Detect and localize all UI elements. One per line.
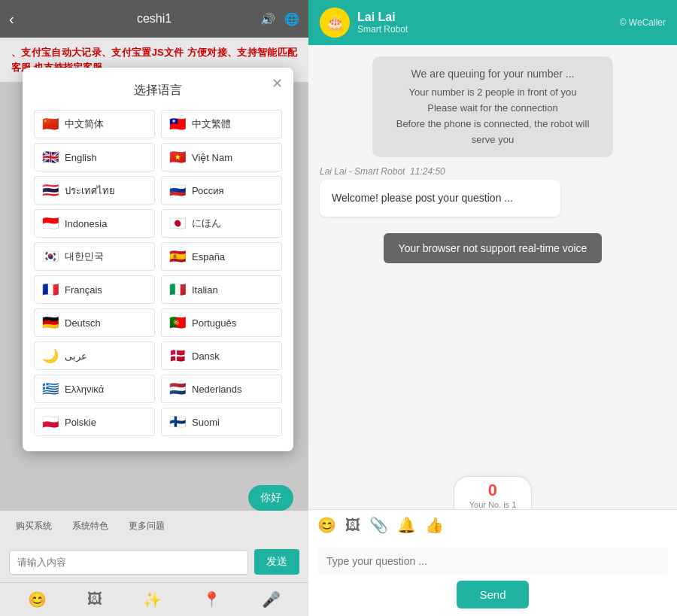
lang-item-indonesia[interactable]: 🇮🇩Indonesia bbox=[34, 209, 155, 238]
quick-btn-购买系统[interactable]: 购买系统 bbox=[11, 517, 56, 536]
right-panel: 🎂 Lai Lai Smart Robot © WeCaller We are … bbox=[308, 0, 677, 616]
effects-icon[interactable]: ✨ bbox=[143, 590, 162, 608]
queue-line1: We are queuing for your number ... bbox=[384, 65, 601, 82]
avatar: 🎂 bbox=[320, 8, 350, 38]
lang-label: English bbox=[65, 152, 97, 163]
speaker-icon[interactable]: 🔊 bbox=[260, 12, 275, 26]
lang-item-中文简体[interactable]: 🇨🇳中文简体 bbox=[34, 110, 155, 138]
emoji-toolbar-icon[interactable]: 😊 bbox=[317, 516, 336, 534]
bot-subtitle: Smart Robot bbox=[357, 24, 612, 35]
flag-icon: 🇳🇱 bbox=[169, 381, 186, 397]
image-icon[interactable]: 🖼 bbox=[87, 590, 102, 608]
lang-label: 中文简体 bbox=[65, 117, 104, 131]
back-button[interactable]: ‹ bbox=[9, 11, 14, 28]
flag-icon: 🇯🇵 bbox=[169, 215, 186, 232]
lang-item-대한민국[interactable]: 🇰🇷대한민국 bbox=[34, 242, 155, 271]
flag-icon: 🇬🇧 bbox=[42, 149, 59, 165]
lang-label: にほん bbox=[192, 217, 221, 230]
left-title: ceshi1 bbox=[137, 12, 172, 26]
flag-icon: 🇰🇷 bbox=[42, 248, 59, 265]
number-value: 0 bbox=[469, 481, 517, 500]
flag-icon: 🇩🇪 bbox=[42, 314, 59, 331]
chat-input[interactable] bbox=[317, 548, 668, 575]
lang-item-ελληνικά[interactable]: 🇬🇷Ελληνικά bbox=[34, 375, 155, 403]
lang-label: ประเทศไทย bbox=[65, 183, 115, 199]
lang-label: 中文繁體 bbox=[192, 117, 231, 131]
ninhao-bubble: 你好 bbox=[248, 485, 293, 511]
lang-label: عربى bbox=[65, 350, 87, 362]
flag-icon: 🇵🇹 bbox=[169, 314, 186, 331]
lang-item-english[interactable]: 🇬🇧English bbox=[34, 143, 155, 171]
quick-buttons-row: 购买系统系统特色更多问题 bbox=[0, 511, 308, 542]
quick-btn-更多问题[interactable]: 更多问题 bbox=[124, 517, 169, 536]
lang-item-dansk[interactable]: 🇩🇰Dansk bbox=[161, 341, 282, 370]
queue-line3: Please wait for the connection bbox=[384, 101, 601, 117]
lang-item-nederlands[interactable]: 🇳🇱Nederlands bbox=[161, 375, 282, 403]
like-toolbar-icon[interactable]: 👍 bbox=[425, 516, 444, 534]
dialog-close-button[interactable]: ✕ bbox=[272, 75, 283, 92]
image-toolbar-icon[interactable]: 🖼 bbox=[345, 517, 360, 534]
lang-label: Suomi bbox=[192, 417, 220, 428]
flag-icon: 🇮🇹 bbox=[169, 281, 186, 298]
flag-icon: 🇨🇳 bbox=[42, 116, 59, 132]
send-button[interactable]: Send bbox=[457, 581, 528, 608]
header-info: Lai Lai Smart Robot bbox=[357, 11, 612, 35]
right-header: 🎂 Lai Lai Smart Robot © WeCaller bbox=[308, 0, 677, 45]
emoji-icon[interactable]: 😊 bbox=[28, 590, 47, 608]
lang-item-polskie[interactable]: 🇵🇱Polskie bbox=[34, 408, 155, 436]
chat-area: We are queuing for your number ... Your … bbox=[308, 45, 677, 464]
quick-btn-系统特色[interactable]: 系统特色 bbox=[68, 517, 113, 536]
bot-message-block: Lai Lai - Smart Robot 11:24:50 Welcome! … bbox=[320, 166, 666, 217]
lang-label: Polskie bbox=[65, 417, 96, 428]
flag-icon: 🇹🇼 bbox=[169, 116, 186, 132]
brand-label: © WeCaller bbox=[620, 17, 666, 28]
flag-icon: 🇫🇷 bbox=[42, 281, 59, 298]
flag-icon: 🇩🇰 bbox=[169, 347, 186, 364]
flag-icon: 🇪🇸 bbox=[169, 248, 186, 265]
attachment-toolbar-icon[interactable]: 📎 bbox=[369, 516, 388, 534]
lang-item-français[interactable]: 🇫🇷Français bbox=[34, 275, 155, 304]
queue-line4: Before the phone is connected, the robot… bbox=[384, 117, 601, 148]
flag-icon: 🇷🇺 bbox=[169, 182, 186, 199]
flag-icon: 🇻🇳 bbox=[169, 149, 186, 165]
chat-input-area: Send bbox=[308, 540, 677, 616]
left-chat-input[interactable] bbox=[9, 550, 248, 575]
lang-label: Việt Nam bbox=[192, 152, 232, 163]
flag-icon: 🇫🇮 bbox=[169, 414, 186, 430]
mic-icon[interactable]: 🎤 bbox=[262, 590, 281, 608]
flag-icon: 🇮🇩 bbox=[42, 215, 59, 232]
left-icon-bar: 😊 🖼 ✨ 📍 🎤 bbox=[0, 582, 308, 616]
left-header-icons: 🔊 🌐 bbox=[260, 12, 299, 26]
left-input-area: 发送 bbox=[0, 542, 308, 582]
lang-item-italian[interactable]: 🇮🇹Italian bbox=[161, 275, 282, 304]
language-dialog: ✕ 选择语言 🇨🇳中文简体🇹🇼中文繁體🇬🇧English🇻🇳Việt Nam🇹🇭… bbox=[23, 68, 293, 451]
lang-item-عربى[interactable]: 🌙عربى bbox=[34, 341, 155, 370]
lang-item-中文繁體[interactable]: 🇹🇼中文繁體 bbox=[161, 110, 282, 138]
sound-toolbar-icon[interactable]: 🔔 bbox=[397, 516, 416, 534]
lang-label: Italian bbox=[192, 284, 218, 296]
lang-label: Россия bbox=[192, 185, 224, 196]
lang-item-suomi[interactable]: 🇫🇮Suomi bbox=[161, 408, 282, 436]
lang-label: Français bbox=[65, 284, 102, 296]
number-label: Your No. is 1 bbox=[469, 500, 517, 509]
lang-item-deutsch[interactable]: 🇩🇪Deutsch bbox=[34, 308, 155, 337]
left-send-button[interactable]: 发送 bbox=[254, 549, 299, 575]
bot-name: Lai Lai bbox=[357, 11, 612, 24]
voice-button[interactable]: Your browser not support real-time voice bbox=[384, 233, 603, 263]
queue-line2: Your number is 2 people in front of you bbox=[384, 85, 601, 101]
lang-item-việt-nam[interactable]: 🇻🇳Việt Nam bbox=[161, 143, 282, 171]
lang-label: España bbox=[192, 251, 225, 262]
lang-item-にほん[interactable]: 🇯🇵にほん bbox=[161, 209, 282, 238]
lang-item-ประเทศไทย[interactable]: 🇹🇭ประเทศไทย bbox=[34, 176, 155, 205]
lang-label: Deutsch bbox=[65, 317, 101, 329]
location-icon[interactable]: 📍 bbox=[202, 590, 221, 608]
lang-label: 대한민국 bbox=[65, 250, 104, 263]
lang-item-россия[interactable]: 🇷🇺Россия bbox=[161, 176, 282, 205]
lang-item-português[interactable]: 🇵🇹Português bbox=[161, 308, 282, 337]
lang-item-españa[interactable]: 🇪🇸España bbox=[161, 242, 282, 271]
flag-icon: 🇹🇭 bbox=[42, 182, 59, 199]
system-message: We are queuing for your number ... Your … bbox=[372, 56, 613, 157]
number-badge: 0 Your No. is 1 bbox=[454, 476, 533, 509]
globe-icon[interactable]: 🌐 bbox=[284, 12, 299, 26]
lang-label: Português bbox=[192, 317, 236, 329]
